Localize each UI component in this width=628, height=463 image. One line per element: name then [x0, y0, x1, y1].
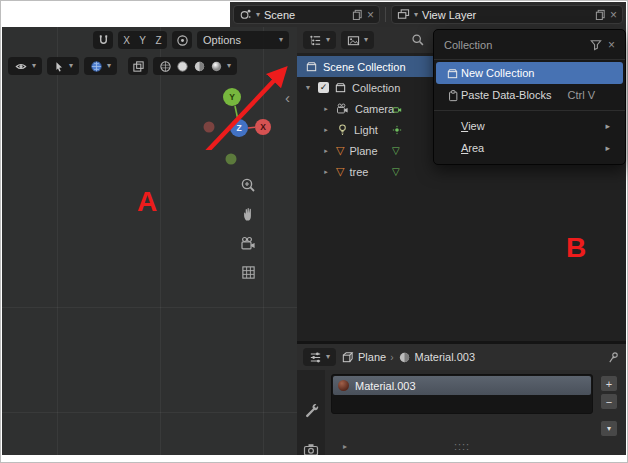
menu-item-label: Paste Data-Blocks — [461, 89, 551, 101]
grid-line — [160, 27, 161, 455]
breadcrumb-material[interactable]: Material.003 — [415, 351, 476, 363]
unlink-scene-button[interactable]: × — [367, 9, 374, 21]
menu-item-paste-data-blocks[interactable]: Paste Data-Blocks Ctrl V — [436, 84, 623, 106]
chevron-down-icon: ▾ — [326, 353, 330, 361]
panel-expand-arrow[interactable]: ▸ — [343, 442, 347, 451]
filter-funnel-icon[interactable] — [589, 38, 602, 51]
snap-magnet-icon[interactable] — [93, 31, 113, 49]
options-dropdown[interactable]: Options ▾ — [197, 31, 289, 49]
axis-x-toggle[interactable]: X — [119, 32, 134, 48]
axis-y-toggle[interactable]: Y — [135, 32, 150, 48]
xray-icon — [132, 60, 145, 73]
collection-icon — [305, 60, 318, 73]
mesh-object-icon: ▽ — [336, 166, 344, 177]
axis-neg-x-handle[interactable] — [204, 122, 215, 133]
viewport-3d[interactable]: X Y Z Options ▾ ▾ — [2, 27, 297, 455]
axis-z-label: Z — [236, 123, 241, 133]
chevron-down-icon: ▾ — [279, 36, 283, 44]
render-tab[interactable] — [303, 442, 319, 455]
add-slot-button[interactable]: + — [600, 375, 618, 392]
menu-item-label: Area — [461, 142, 484, 154]
material-slot-row[interactable]: Material.003 — [333, 376, 591, 395]
solid-shading-button[interactable] — [176, 60, 189, 73]
zoom-button[interactable] — [238, 175, 258, 195]
axis-neg-y-handle[interactable] — [226, 154, 237, 165]
close-icon[interactable]: × — [608, 39, 615, 51]
mesh-object-icon: ▽ — [336, 145, 344, 156]
disclosure-triangle[interactable]: ▸ — [321, 147, 331, 155]
pin-icon[interactable] — [607, 351, 620, 364]
menu-separator — [434, 59, 625, 60]
panel-drag-grip[interactable]: :::: — [417, 440, 507, 452]
material-preview-icon — [338, 380, 349, 391]
material-shading-button[interactable] — [193, 60, 206, 73]
cursor-icon — [53, 60, 65, 73]
menu-item-view[interactable]: View ▸ — [436, 115, 623, 137]
editor-type-dropdown[interactable]: ▾ — [303, 31, 336, 49]
context-menu-title-row: Collection × — [434, 32, 625, 57]
breadcrumb: Plane › Material.003 — [341, 351, 475, 364]
scene-selector[interactable]: ▾ Scene × — [233, 5, 380, 24]
wireframe-shading-button[interactable] — [159, 60, 172, 73]
collection-icon — [334, 81, 347, 94]
menu-separator — [434, 110, 625, 111]
remove-view-layer-button[interactable]: × — [610, 9, 617, 21]
chevron-down-icon: ▾ — [107, 62, 111, 70]
collection-checkbox[interactable]: ✓ — [318, 82, 329, 93]
row-label: Plane — [349, 145, 377, 157]
region-overlap-arrow[interactable]: ‹ — [285, 89, 290, 106]
new-scene-button[interactable] — [352, 9, 363, 20]
perspective-grid-button[interactable] — [238, 262, 258, 282]
material-slot-list: Material.003 — [331, 374, 593, 414]
topbar: ▾ Scene × ▾ View Layer × — [230, 2, 626, 27]
disclosure-triangle[interactable]: ▸ — [321, 126, 331, 134]
disclosure-triangle[interactable]: ▸ — [321, 168, 331, 176]
breadcrumb-object[interactable]: Plane — [358, 351, 386, 363]
grid-line — [2, 307, 297, 308]
rendered-shading-button[interactable] — [210, 60, 223, 73]
menu-item-label: New Collection — [461, 67, 534, 79]
view-layer-name: View Layer — [422, 9, 476, 21]
menu-item-area[interactable]: Area ▸ — [436, 137, 623, 159]
navigation-gizmo[interactable]: Y Z X — [197, 87, 282, 172]
axis-z-toggle[interactable]: Z — [151, 32, 166, 48]
row-label: tree — [349, 166, 368, 178]
new-view-layer-button[interactable] — [595, 9, 606, 20]
disclosure-triangle[interactable]: ▸ — [321, 105, 331, 113]
view-layer-selector[interactable]: ▾ View Layer × — [391, 5, 623, 24]
pan-hand-button[interactable] — [238, 204, 258, 224]
remove-slot-button[interactable]: − — [600, 393, 618, 410]
view-layer-icon — [397, 8, 410, 21]
row-label: Scene Collection — [323, 61, 406, 73]
properties-icon — [309, 351, 322, 364]
camera-view-button[interactable] — [238, 233, 258, 253]
object-cube-icon — [341, 351, 354, 364]
axis-y-label: Y — [229, 92, 235, 102]
proportional-falloff-icon[interactable] — [172, 31, 192, 49]
breadcrumb-separator: › — [390, 352, 393, 363]
shading-mode-group: ▾ — [153, 57, 237, 75]
slot-specials-dropdown[interactable]: ▾ — [600, 420, 618, 437]
globe-dropdown[interactable]: ▾ — [84, 57, 117, 75]
mesh-data-icon: ▽ — [392, 140, 400, 161]
chevron-down-icon: ▾ — [364, 36, 368, 44]
eye-icon — [14, 60, 28, 73]
visibility-dropdown[interactable]: ▾ — [8, 57, 42, 75]
viewport-header-row1: X Y Z Options ▾ — [93, 31, 289, 49]
menu-item-new-collection[interactable]: New Collection — [436, 62, 623, 84]
chevron-down-icon: ▾ — [69, 62, 73, 70]
menu-item-label: View — [461, 120, 485, 132]
topbar-separator — [385, 7, 386, 22]
display-mode-icon — [347, 34, 360, 47]
xray-toggle[interactable] — [128, 57, 148, 75]
search-icon[interactable] — [411, 33, 425, 47]
properties-editor-dropdown[interactable]: ▾ — [303, 348, 336, 366]
shading-dropdown[interactable]: ▾ — [227, 62, 231, 70]
display-mode-dropdown[interactable]: ▾ — [341, 31, 374, 49]
outliner-editor-icon — [309, 34, 322, 47]
light-data-icon — [392, 119, 402, 140]
grid-line — [2, 412, 297, 413]
select-tool-dropdown[interactable]: ▾ — [47, 57, 79, 75]
tool-tab[interactable] — [303, 402, 319, 418]
disclosure-triangle[interactable]: ▼ — [303, 84, 313, 91]
